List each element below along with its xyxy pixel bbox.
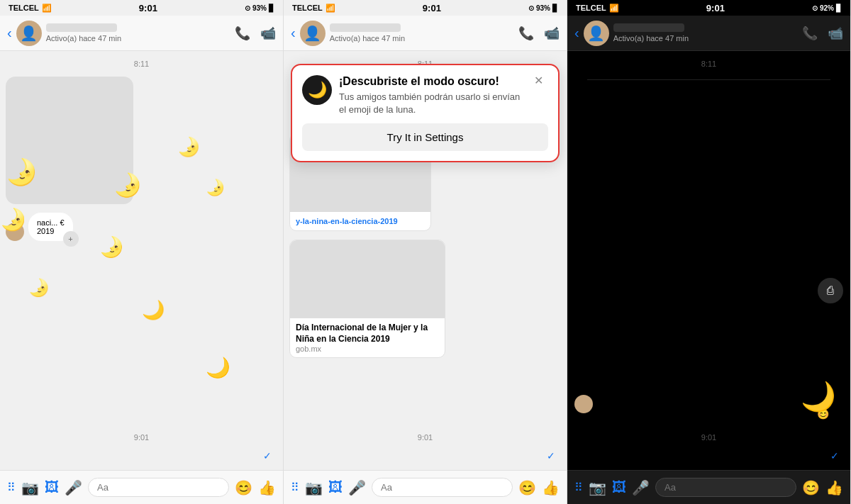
time-divider-left: 8:11 xyxy=(6,60,277,68)
bottom-time-middle: 9:01 xyxy=(289,433,561,442)
mic-icon-left[interactable]: 🎤 xyxy=(65,479,82,496)
bottom-toolbar-left: ⠿ 📷 🖼 🎤 😊 👍 xyxy=(0,470,283,504)
link-card-full: Día Internacional de la Mujer y la Niña … xyxy=(289,240,445,358)
status-right-right: ⊙ 92% ▊ xyxy=(812,4,842,12)
text-input-middle[interactable] xyxy=(372,478,513,497)
bottom-toolbar-middle: ⠿ 📷 🖼 🎤 😊 👍 xyxy=(284,470,567,504)
photo-icon-left[interactable]: 🖼 xyxy=(45,479,59,495)
video-button-left[interactable]: 📹 xyxy=(260,26,276,41)
text-input-right[interactable] xyxy=(655,478,796,497)
contact-status-left: Activo(a) hace 47 min xyxy=(46,34,230,43)
grid-icon-left[interactable]: ⠿ xyxy=(7,481,16,494)
call-button-right[interactable]: 📞 xyxy=(802,26,818,41)
photo-icon-right[interactable]: 🖼 xyxy=(612,479,626,495)
chat-header-middle: ‹ Activo(a) hace 47 min 📞 📹 xyxy=(284,16,567,51)
grid-icon-middle[interactable]: ⠿ xyxy=(291,481,299,494)
bottom-toolbar-right: ⠿ 📷 🖼 🎤 😊 👍 xyxy=(567,470,850,504)
reaction-btn-left[interactable]: + xyxy=(63,231,79,247)
signal-left: ⊙ xyxy=(245,4,250,12)
contact-name-right xyxy=(613,23,684,32)
battery-left: 93% xyxy=(252,4,267,12)
popup-text-block: ¡Descubriste el modo oscuro! Tus amigos … xyxy=(339,75,527,116)
time-right: 9:01 xyxy=(706,3,725,13)
video-button-right[interactable]: 📹 xyxy=(828,26,843,41)
dark-mode-popup[interactable]: 🌙 ¡Descubriste el modo oscuro! Tus amigo… xyxy=(291,64,560,162)
link-card-full-image xyxy=(290,240,445,318)
wifi-middle: 📶 xyxy=(326,4,335,13)
photo-icon-middle[interactable]: 🖼 xyxy=(328,479,343,495)
status-left: TELCEL 📶 xyxy=(9,4,52,13)
popup-header: 🌙 ¡Descubriste el modo oscuro! Tus amigo… xyxy=(302,75,548,116)
contact-name-middle xyxy=(330,23,401,32)
popup-close-button[interactable]: ✕ xyxy=(534,75,548,89)
check-mark-right: ✓ xyxy=(830,450,839,461)
try-it-settings-button[interactable]: Try It in Settings xyxy=(302,123,548,151)
left-panel: TELCEL 📶 9:01 ⊙ 93% ▊ ‹ Activo(a) hace 4… xyxy=(0,0,284,504)
camera-icon-middle[interactable]: 📷 xyxy=(305,479,323,496)
mic-icon-middle[interactable]: 🎤 xyxy=(348,479,366,496)
call-button-left[interactable]: 📞 xyxy=(235,26,250,41)
middle-panel: TELCEL 📶 9:01 ⊙ 93% ▊ ‹ Activo(a) hace 4… xyxy=(284,0,567,504)
moon-icon: 🌙 xyxy=(308,81,327,99)
header-actions-middle: 📞 📹 xyxy=(518,26,560,41)
like-icon-right[interactable]: 👍 xyxy=(825,479,843,496)
msg-bubble-text-left: naci... €2019 + xyxy=(28,213,73,241)
like-icon-middle[interactable]: 👍 xyxy=(542,479,560,496)
time-left: 9:01 xyxy=(139,3,157,13)
battery-right: 92% xyxy=(820,4,834,12)
mic-icon-right[interactable]: 🎤 xyxy=(632,479,650,496)
header-info-right: Activo(a) hace 47 min xyxy=(613,23,798,43)
grid-icon-right[interactable]: ⠿ xyxy=(574,481,583,494)
camera-icon-right[interactable]: 📷 xyxy=(589,479,606,496)
header-info-middle: Activo(a) hace 47 min xyxy=(330,23,514,43)
chat-header-right: ‹ Activo(a) hace 47 min 📞 📹 xyxy=(567,16,850,51)
avatar-left xyxy=(16,21,42,46)
status-left-right: TELCEL 📶 xyxy=(576,4,619,13)
moon-emoji-right: 🌙 xyxy=(801,380,836,413)
battery-icon-left: ▊ xyxy=(269,4,274,12)
camera-icon-left[interactable]: 📷 xyxy=(21,479,39,496)
popup-title: ¡Descubriste el modo oscuro! xyxy=(339,75,527,88)
back-button-right[interactable]: ‹ xyxy=(574,25,579,41)
check-mark-middle: ✓ xyxy=(547,450,555,461)
wifi-left: 📶 xyxy=(42,4,52,13)
status-bar-middle: TELCEL 📶 9:01 ⊙ 93% ▊ xyxy=(284,0,567,16)
status-left-middle: TELCEL 📶 xyxy=(292,4,335,13)
header-actions-right: 📞 📹 xyxy=(802,26,843,41)
status-right-middle: ⊙ 93% ▊ xyxy=(528,4,558,12)
wifi-right: 📶 xyxy=(609,4,619,13)
back-button-left[interactable]: ‹ xyxy=(7,25,12,41)
msg-row-text-left: naci... €2019 + xyxy=(6,213,277,241)
check-mark-left: ✓ xyxy=(263,450,272,461)
moon-icon-circle: 🌙 xyxy=(302,75,332,105)
time-divider-right: 8:11 xyxy=(573,60,845,68)
right-panel: TELCEL 📶 9:01 ⊙ 92% ▊ ‹ Activo(a) hace 4… xyxy=(567,0,851,504)
status-bar-left: TELCEL 📶 9:01 ⊙ 93% ▊ xyxy=(0,0,283,16)
signal-middle: ⊙ xyxy=(528,4,534,12)
link-card-domain: gob.mx xyxy=(296,345,439,353)
back-button-middle[interactable]: ‹ xyxy=(291,25,296,41)
emoji-icon-right[interactable]: 😊 xyxy=(802,479,820,496)
share-circle-right[interactable]: ⎙ xyxy=(818,278,843,303)
carrier-middle: TELCEL xyxy=(292,4,323,12)
text-input-left[interactable] xyxy=(88,478,229,497)
header-actions-left: 📞 📹 xyxy=(235,26,276,41)
link-card-full-title: Día Internacional de la Mujer y la Niña … xyxy=(296,323,439,345)
call-button-middle[interactable]: 📞 xyxy=(518,26,534,41)
contact-status-right: Activo(a) hace 47 min xyxy=(613,34,798,43)
status-bar-right: TELCEL 📶 9:01 ⊙ 92% ▊ xyxy=(567,0,850,16)
contact-status-middle: Activo(a) hace 47 min xyxy=(330,34,514,43)
link-card-full-body: Día Internacional de la Mujer y la Niña … xyxy=(290,318,445,357)
battery-icon-middle: ▊ xyxy=(552,4,558,12)
sender-row-right xyxy=(574,395,593,413)
msg-row-image-left: ⎙ xyxy=(6,77,277,204)
emoji-icon-left[interactable]: 😊 xyxy=(235,479,252,496)
msg-row-linktext-middle: Día Internacional de la Mujer y la Niña … xyxy=(289,240,561,358)
link-card-body: y-la-nina-en-la-ciencia-2019 xyxy=(290,212,430,230)
msg-text-left: naci... €2019 xyxy=(37,218,65,235)
sender-avatar-right xyxy=(574,395,593,413)
like-icon-left[interactable]: 👍 xyxy=(258,479,276,496)
dark-divider xyxy=(587,79,830,80)
emoji-icon-middle[interactable]: 😊 xyxy=(518,479,536,496)
video-button-middle[interactable]: 📹 xyxy=(544,26,560,41)
